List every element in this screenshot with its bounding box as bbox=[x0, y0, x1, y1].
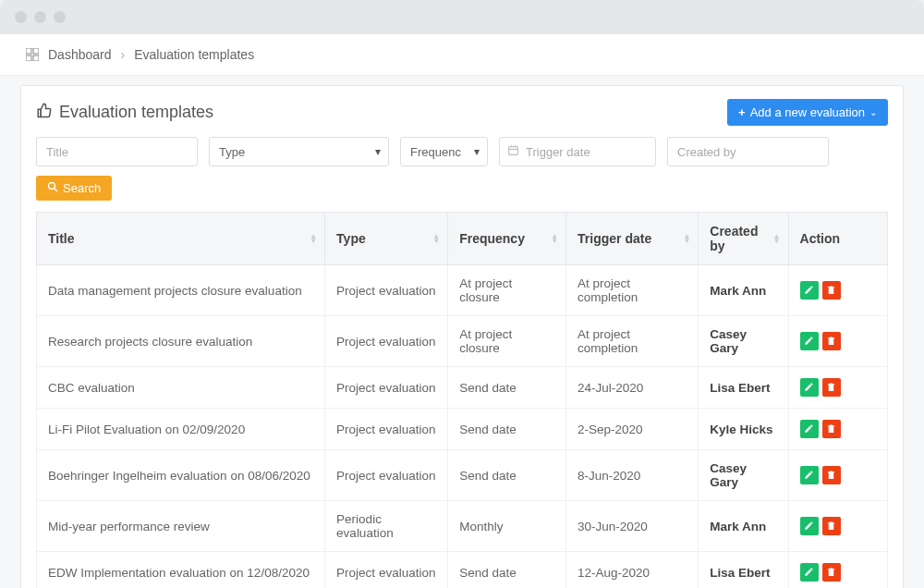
svg-point-8 bbox=[49, 183, 55, 190]
cell-trigger: 24-Jul-2020 bbox=[566, 367, 699, 409]
sort-icon: ▲▼ bbox=[551, 234, 558, 243]
search-button[interactable]: Search bbox=[36, 176, 112, 201]
sort-icon: ▲▼ bbox=[683, 234, 690, 243]
cell-trigger: 2-Sep-2020 bbox=[566, 409, 699, 450]
calendar-icon bbox=[507, 144, 519, 159]
thumbs-up-icon bbox=[36, 102, 53, 123]
delete-button[interactable] bbox=[822, 517, 841, 535]
cell-action bbox=[788, 450, 887, 501]
th-frequency[interactable]: Frequency▲▼ bbox=[448, 213, 566, 265]
delete-button[interactable] bbox=[822, 332, 841, 350]
chevron-down-icon: ⌄ bbox=[869, 107, 877, 117]
cell-title: Boehringer Ingelheim evaluation on 08/06… bbox=[37, 450, 325, 501]
pencil-icon bbox=[804, 381, 814, 395]
table-row: Mid-year performance reviewPeriodic eval… bbox=[37, 501, 888, 552]
cell-type: Project evaluation bbox=[325, 265, 448, 316]
filter-created-by-input[interactable] bbox=[667, 137, 829, 166]
edit-button[interactable] bbox=[800, 563, 819, 582]
svg-rect-2 bbox=[26, 55, 31, 61]
filter-frequency-select[interactable]: Frequency bbox=[400, 137, 488, 166]
cell-type: Project evaluation bbox=[325, 316, 448, 367]
cell-action bbox=[788, 552, 887, 589]
edit-button[interactable] bbox=[800, 281, 819, 300]
trash-icon bbox=[826, 381, 836, 395]
cell-frequency: At project closure bbox=[448, 316, 566, 367]
delete-button[interactable] bbox=[822, 563, 841, 582]
svg-rect-3 bbox=[33, 55, 39, 61]
add-evaluation-button[interactable]: + Add a new evaluation ⌄ bbox=[727, 99, 888, 126]
table-row: Boehringer Ingelheim evaluation on 08/06… bbox=[37, 450, 888, 501]
cell-title: Research projects closure evaluation bbox=[37, 316, 325, 367]
table-row: CBC evaluationProject evaluationSend dat… bbox=[37, 367, 888, 409]
evaluation-templates-card: Evaluation templates + Add a new evaluat… bbox=[20, 85, 904, 588]
trash-icon bbox=[826, 469, 836, 483]
cell-type: Project evaluation bbox=[325, 450, 448, 501]
cell-action bbox=[788, 316, 887, 367]
table-row: EDW Implementation evaluation on 12/08/2… bbox=[37, 552, 888, 589]
breadcrumb-current: Evaluation templates bbox=[134, 47, 254, 62]
trash-icon bbox=[826, 335, 836, 349]
cell-frequency: At project closure bbox=[448, 265, 566, 316]
cell-frequency: Send date bbox=[448, 409, 566, 450]
edit-button[interactable] bbox=[800, 332, 819, 350]
page-title: Evaluation templates bbox=[36, 102, 213, 123]
cell-created-by: Casey Gary bbox=[699, 450, 788, 501]
chevron-right-icon: › bbox=[121, 47, 126, 62]
cell-type: Project evaluation bbox=[325, 552, 448, 589]
cell-trigger: At project completion bbox=[566, 316, 699, 367]
delete-button[interactable] bbox=[822, 281, 841, 300]
cell-title: Li-Fi Pilot Evaluation on 02/09/2020 bbox=[37, 409, 325, 450]
sort-icon: ▲▼ bbox=[432, 234, 440, 243]
search-icon bbox=[47, 181, 58, 195]
table-row: Data management projects closure evaluat… bbox=[37, 265, 888, 316]
pencil-icon bbox=[804, 423, 814, 436]
svg-rect-1 bbox=[33, 48, 39, 54]
edit-button[interactable] bbox=[800, 517, 819, 535]
cell-frequency: Send date bbox=[448, 367, 566, 409]
edit-button[interactable] bbox=[800, 420, 819, 438]
cell-type: Project evaluation bbox=[325, 409, 448, 450]
cell-title: CBC evaluation bbox=[37, 367, 325, 409]
pencil-icon bbox=[804, 566, 814, 580]
filter-title-input[interactable] bbox=[36, 137, 198, 166]
breadcrumb-home[interactable]: Dashboard bbox=[48, 47, 112, 62]
plus-icon: + bbox=[738, 105, 746, 119]
cell-created-by: Lisa Ebert bbox=[699, 552, 788, 589]
sort-icon: ▲▼ bbox=[773, 234, 781, 243]
cell-created-by: Casey Gary bbox=[699, 316, 788, 367]
cell-title: EDW Implementation evaluation on 12/08/2… bbox=[37, 552, 325, 589]
cell-action bbox=[788, 409, 887, 450]
filter-type-select[interactable]: Type bbox=[209, 137, 389, 166]
trash-icon bbox=[826, 423, 836, 436]
edit-button[interactable] bbox=[800, 378, 819, 397]
delete-button[interactable] bbox=[822, 466, 841, 484]
evaluation-table: Title▲▼ Type▲▼ Frequency▲▼ Trigger date▲… bbox=[36, 212, 888, 588]
trash-icon bbox=[826, 566, 836, 580]
cell-created-by: Mark Ann bbox=[699, 265, 788, 316]
filter-trigger-date-input[interactable] bbox=[499, 137, 656, 166]
cell-frequency: Send date bbox=[448, 552, 566, 589]
svg-rect-0 bbox=[26, 48, 31, 54]
cell-title: Mid-year performance review bbox=[37, 501, 325, 552]
cell-created-by: Kyle Hicks bbox=[699, 409, 788, 450]
cell-action bbox=[788, 501, 887, 552]
th-trigger[interactable]: Trigger date▲▼ bbox=[566, 213, 699, 265]
th-title[interactable]: Title▲▼ bbox=[37, 213, 325, 265]
pencil-icon bbox=[804, 469, 814, 483]
sort-icon: ▲▼ bbox=[310, 234, 317, 243]
table-row: Li-Fi Pilot Evaluation on 02/09/2020Proj… bbox=[37, 409, 888, 450]
th-type[interactable]: Type▲▼ bbox=[325, 213, 448, 265]
cell-created-by: Mark Ann bbox=[699, 501, 788, 552]
cell-title: Data management projects closure evaluat… bbox=[37, 265, 325, 316]
delete-button[interactable] bbox=[822, 420, 841, 438]
edit-button[interactable] bbox=[800, 466, 819, 484]
cell-trigger: At project completion bbox=[566, 265, 699, 316]
th-created-by[interactable]: Created by▲▼ bbox=[699, 213, 788, 265]
cell-action bbox=[788, 367, 887, 409]
dashboard-icon bbox=[26, 48, 39, 61]
breadcrumb: Dashboard › Evaluation templates bbox=[0, 34, 924, 76]
delete-button[interactable] bbox=[822, 378, 841, 397]
trash-icon bbox=[826, 520, 836, 533]
cell-trigger: 12-Aug-2020 bbox=[566, 552, 699, 589]
cell-trigger: 30-Jun-2020 bbox=[566, 501, 699, 552]
